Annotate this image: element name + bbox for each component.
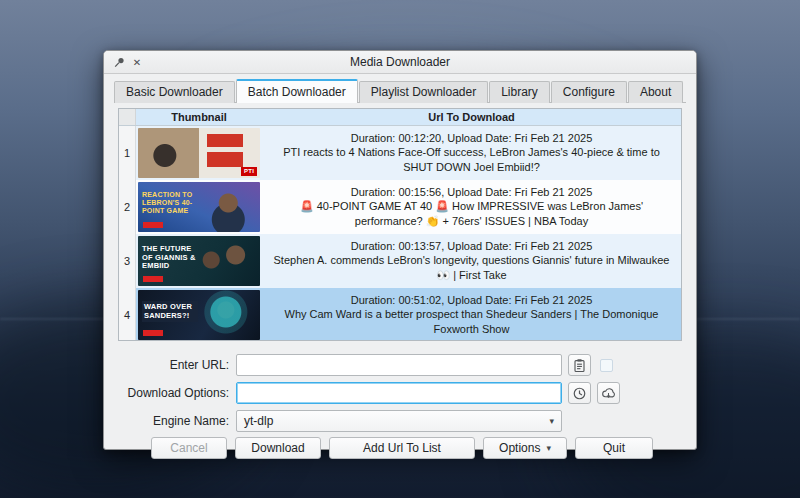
column-header-thumbnail: Thumbnail [136,109,262,125]
cloud-download-icon-button[interactable] [597,382,620,404]
video-title: Stephen A. commends LeBron's longevity, … [272,253,671,281]
titlebar[interactable]: ✕ Media Downloader [104,51,696,74]
table-row-selected[interactable]: 4 WARD OVER SANDERS?! Duration: 00:51:02… [119,288,681,341]
chevron-down-icon: ▾ [549,416,554,426]
download-options-row: Download Options: [104,381,696,405]
video-thumbnail: WARD OVER SANDERS?! [138,290,260,340]
tab-library[interactable]: Library [489,81,550,103]
video-thumbnail: PTI [138,128,260,178]
download-list-table: Thumbnail Url To Download 1 PTI Duration… [118,108,682,341]
video-thumbnail: REACTION TO LEBRON'S 40-POINT GAME [138,182,260,232]
cancel-button[interactable]: Cancel [151,437,227,459]
url-checkbox[interactable] [600,359,613,372]
video-meta: Duration: 00:13:57, Upload Date: Fri Feb… [272,240,671,252]
tab-basic-downloader[interactable]: Basic Downloader [114,81,235,103]
engine-select[interactable]: yt-dlp ▾ [236,410,562,432]
download-form: Enter URL: Download Options: [104,353,696,433]
video-thumbnail: THE FUTURE OF GIANNIS & EMBIID [138,236,260,286]
video-meta: Duration: 00:15:56, Upload Date: Fri Feb… [272,186,671,198]
enter-url-label: Enter URL: [107,358,229,372]
quit-button[interactable]: Quit [575,437,653,459]
media-downloader-window: ✕ Media Downloader Basic Downloader Batc… [103,50,697,450]
tab-about[interactable]: About [628,81,683,103]
row-number: 2 [119,180,136,234]
video-title: Why Cam Ward is a better prospect than S… [272,307,671,335]
add-url-to-list-button[interactable]: Add Url To List [329,437,475,459]
video-meta: Duration: 00:51:02, Upload Date: Fri Feb… [272,294,671,306]
url-input[interactable] [236,354,562,376]
thumbnail-text: PTI [241,167,257,176]
window-title: Media Downloader [104,55,696,69]
video-title: 🚨 40-POINT GAME AT 40 🚨 How IMPRESSIVE w… [272,199,671,227]
video-meta: Duration: 00:12:20, Upload Date: Fri Feb… [272,132,671,144]
tab-bar: Basic Downloader Batch Downloader Playli… [114,81,686,103]
engine-selected-value: yt-dlp [244,414,273,428]
engine-name-label: Engine Name: [107,414,229,428]
options-button[interactable]: Options ▾ [483,437,567,459]
history-icon-button[interactable] [568,382,591,404]
video-title: PTI reacts to 4 Nations Face-Off success… [272,145,671,173]
enter-url-row: Enter URL: [104,353,696,377]
chevron-down-icon: ▾ [546,443,551,453]
download-options-label: Download Options: [107,386,229,400]
action-buttons: Cancel Download Add Url To List Options … [104,437,696,459]
tab-configure[interactable]: Configure [551,81,627,103]
download-options-input[interactable] [236,382,562,404]
engine-row: Engine Name: yt-dlp ▾ [104,409,696,433]
column-header-url: Url To Download [262,109,681,125]
options-button-label: Options [499,441,540,455]
thumbnail-text: REACTION TO LEBRON'S 40-POINT GAME [142,191,204,215]
tab-playlist-downloader[interactable]: Playlist Downloader [359,81,488,103]
download-button[interactable]: Download [235,437,321,459]
thumbnail-text: WARD OVER SANDERS?! [142,301,198,322]
video-info-cell: Duration: 00:15:56, Upload Date: Fri Feb… [262,180,681,234]
thumbnail-text: THE FUTURE OF GIANNIS & EMBIID [142,245,202,271]
tab-batch-downloader[interactable]: Batch Downloader [236,79,358,103]
paste-clipboard-button[interactable] [568,354,591,376]
table-row[interactable]: 1 PTI Duration: 00:12:20, Upload Date: F… [119,126,681,180]
row-number: 3 [119,234,136,288]
row-number: 1 [119,126,136,180]
table-row[interactable]: 3 THE FUTURE OF GIANNIS & EMBIID Duratio… [119,234,681,288]
video-info-cell: Duration: 00:12:20, Upload Date: Fri Feb… [262,126,681,180]
row-number: 4 [119,288,136,341]
table-header: Thumbnail Url To Download [119,109,681,126]
table-corner-cell [119,109,136,125]
video-info-cell: Duration: 00:13:57, Upload Date: Fri Feb… [262,234,681,288]
video-info-cell: Duration: 00:51:02, Upload Date: Fri Feb… [262,288,681,341]
table-row[interactable]: 2 REACTION TO LEBRON'S 40-POINT GAME Dur… [119,180,681,234]
